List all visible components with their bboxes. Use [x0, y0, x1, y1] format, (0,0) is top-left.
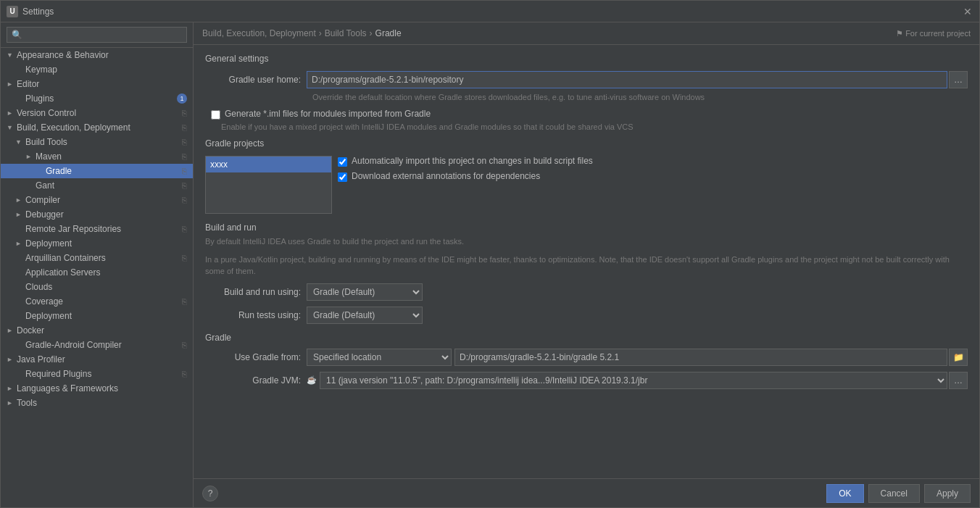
search-input[interactable] [7, 27, 187, 43]
copy-icon-coverage: ⎘ [182, 297, 187, 306]
tree-arrow-java-profiler: ► [7, 356, 15, 363]
sidebar-item-clouds[interactable]: Clouds [1, 280, 193, 294]
generate-iml-row: Generate *.iml files for modules importe… [211, 109, 968, 120]
sidebar-label-coverage: Coverage [25, 296, 63, 307]
gradle-jvm-browse-button[interactable]: … [949, 372, 968, 389]
copy-icon-required-plugins: ⎘ [182, 370, 187, 378]
sidebar-item-gradle-android[interactable]: Gradle-Android Compiler⎘ [1, 338, 193, 352]
copy-icon-gant: ⎘ [182, 181, 187, 190]
sidebar-item-version-control[interactable]: ►Version Control⎘ [1, 106, 193, 120]
tree-arrow-maven: ► [25, 153, 34, 160]
gradle-path-input[interactable] [454, 349, 947, 366]
auto-import-checkbox[interactable] [338, 157, 347, 167]
sidebar-item-debugger[interactable]: ►Debugger [1, 207, 193, 222]
project-label: ⚑ For current project [896, 29, 971, 38]
gradle-home-browse-button[interactable]: … [949, 71, 968, 88]
sidebar-item-appearance-behavior[interactable]: ▼Appearance & Behavior [1, 48, 193, 62]
sidebar-item-plugins[interactable]: Plugins1 [1, 91, 193, 106]
sidebar-label-gradle: Gradle [46, 166, 72, 176]
tree-arrow-build-tools: ▼ [15, 138, 24, 146]
build-run-using-select[interactable]: Gradle (Default) [307, 283, 423, 301]
sidebar-item-java-profiler[interactable]: ►Java Profiler [1, 352, 193, 367]
use-gradle-from-label: Use Gradle from: [205, 352, 307, 362]
sidebar-item-gant[interactable]: Gant⎘ [1, 178, 193, 193]
sidebar-item-build-execution[interactable]: ▼Build, Execution, Deployment⎘ [1, 120, 193, 135]
sidebar-label-build-tools: Build Tools [25, 137, 67, 147]
run-tests-using-row: Run tests using: Gradle (Default) [205, 307, 968, 324]
sidebar-item-languages-frameworks[interactable]: ►Languages & Frameworks [1, 381, 193, 396]
sidebar-item-remote-jar[interactable]: Remote Jar Repositories⎘ [1, 222, 193, 236]
sidebar-label-docker: Docker [17, 325, 44, 336]
gradle-jvm-label: Gradle JVM: [205, 375, 307, 386]
sidebar-item-coverage[interactable]: Coverage⎘ [1, 294, 193, 309]
sidebar-item-deployment[interactable]: ►Deployment [1, 236, 193, 251]
general-settings-title: General settings [205, 54, 968, 64]
projects-list: xxxx [205, 156, 332, 214]
generate-iml-label: Generate *.iml files for modules importe… [225, 109, 431, 119]
copy-icon-build-execution: ⎘ [182, 123, 187, 132]
sidebar-label-build-execution: Build, Execution, Deployment [17, 122, 130, 133]
footer: ? OK Cancel Apply [194, 478, 979, 507]
sidebar-label-tools: Tools [17, 398, 37, 408]
tree-arrow-docker: ► [7, 327, 15, 334]
gradle-user-home-input[interactable] [307, 71, 947, 88]
apply-button[interactable]: Apply [924, 484, 971, 503]
project-item[interactable]: xxxx [206, 157, 331, 172]
gradle-projects-section: xxxx Automatically import this project o… [205, 156, 968, 214]
tree-arrow-debugger: ► [15, 211, 24, 218]
tree-arrow-version-control: ► [7, 109, 15, 117]
sidebar-label-arquillian: Arquillian Containers [25, 253, 106, 263]
gradle-jvm-select[interactable]: 11 (java version "11.0.5", path: D:/prog… [320, 372, 947, 389]
copy-icon-gradle-android: ⎘ [182, 341, 187, 349]
sidebar-item-tools[interactable]: ►Tools [1, 396, 193, 410]
breadcrumb-sep1: › [319, 28, 322, 38]
sidebar-item-compiler[interactable]: ►Compiler⎘ [1, 193, 193, 207]
sidebar-label-debugger: Debugger [25, 209, 64, 220]
sidebar-tree: ▼Appearance & BehaviorKeymap►EditorPlugi… [1, 48, 193, 410]
app-icon: U [7, 6, 18, 17]
sidebar-item-gradle[interactable]: Gradle⎘ [1, 164, 193, 178]
copy-icon-maven: ⎘ [182, 152, 187, 161]
close-button[interactable]: ✕ [962, 6, 973, 17]
gradle-path-browse-button[interactable]: 📁 [949, 349, 968, 366]
sidebar-label-compiler: Compiler [25, 195, 60, 205]
sidebar-label-editor: Editor [17, 79, 39, 89]
sidebar-label-gradle-android: Gradle-Android Compiler [25, 340, 122, 350]
sidebar-label-keymap: Keymap [25, 64, 57, 75]
sidebar: ▼Appearance & BehaviorKeymap►EditorPlugi… [1, 22, 194, 507]
download-annotations-checkbox[interactable] [338, 172, 347, 182]
sidebar-item-app-servers[interactable]: Application Servers [1, 265, 193, 280]
sidebar-item-docker[interactable]: ►Docker [1, 323, 193, 338]
run-tests-label: Run tests using: [205, 310, 307, 320]
copy-icon-arquillian: ⎘ [182, 254, 187, 262]
tree-arrow-build-execution: ▼ [7, 124, 15, 131]
use-gradle-from-select[interactable]: Specified location [307, 349, 452, 366]
tree-arrow-editor: ► [7, 80, 15, 88]
sidebar-item-build-tools[interactable]: ▼Build Tools⎘ [1, 135, 193, 149]
sidebar-label-deployment: Deployment [25, 238, 72, 249]
generate-iml-checkbox[interactable] [211, 110, 220, 120]
build-and-run-title: Build and run [205, 222, 968, 233]
download-annotations-label: Download external annotations for depend… [352, 171, 540, 181]
sidebar-item-arquillian[interactable]: Arquillian Containers⎘ [1, 251, 193, 265]
sidebar-label-maven: Maven [36, 151, 62, 162]
build-run-using-label: Build and run using: [205, 287, 307, 297]
breadcrumb-path2: Build Tools [325, 28, 367, 38]
badge-plugins: 1 [177, 93, 187, 104]
sidebar-item-editor[interactable]: ►Editor [1, 77, 193, 91]
sidebar-item-keymap[interactable]: Keymap [1, 62, 193, 77]
sidebar-item-required-plugins[interactable]: Required Plugins⎘ [1, 367, 193, 381]
tree-arrow-tools: ► [7, 399, 15, 407]
sidebar-item-maven[interactable]: ►Maven⎘ [1, 149, 193, 164]
window-title: Settings [22, 7, 962, 17]
ok-button[interactable]: OK [826, 484, 863, 503]
run-tests-select[interactable]: Gradle (Default) [307, 307, 423, 324]
tree-arrow-compiler: ► [15, 196, 24, 204]
cancel-button[interactable]: Cancel [868, 484, 920, 503]
sidebar-label-remote-jar: Remote Jar Repositories [25, 224, 121, 234]
sidebar-item-deployment2[interactable]: Deployment [1, 309, 193, 323]
help-button[interactable]: ? [202, 486, 218, 501]
content-area: General settings Gradle user home: … Ove… [194, 45, 979, 478]
breadcrumb-sep2: › [370, 28, 373, 38]
sidebar-label-required-plugins: Required Plugins [25, 369, 91, 379]
